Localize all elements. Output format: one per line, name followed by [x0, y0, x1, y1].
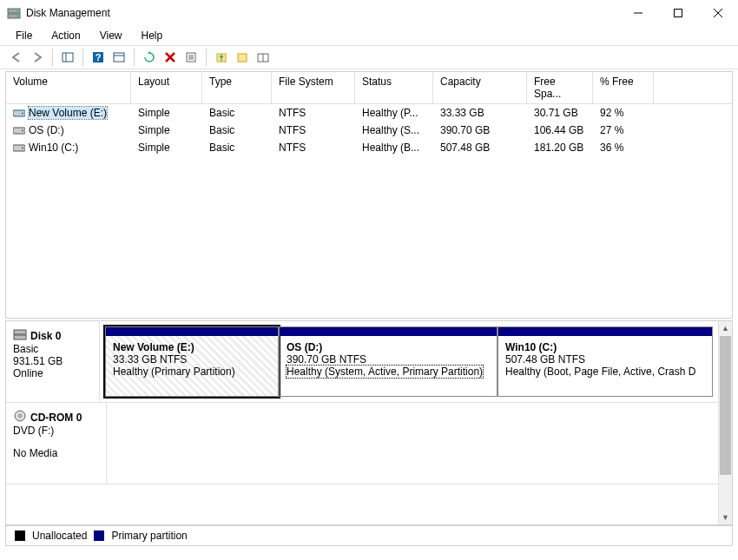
col-capacity[interactable]: Capacity [433, 72, 527, 103]
disk-partitions: New Volume (E:)33.33 GB NTFSHealthy (Pri… [100, 321, 718, 402]
volume-free: 106.44 GB [527, 122, 593, 138]
volume-pct: 36 % [593, 140, 654, 155]
scroll-down-icon[interactable]: ▼ [719, 511, 732, 524]
partition-size: 507.48 GB NTFS [505, 353, 705, 366]
toolbar-sep [52, 49, 53, 66]
svg-text:?: ? [96, 52, 102, 63]
maximize-button[interactable] [658, 0, 698, 26]
volume-capacity: 390.70 GB [433, 122, 527, 138]
menubar: File Action View Help [0, 26, 738, 45]
toolbar-sep [82, 49, 83, 66]
menu-view[interactable]: View [91, 28, 131, 43]
properties-button[interactable] [181, 48, 201, 67]
volume-capacity: 507.48 GB [433, 140, 527, 155]
partition-status: Healthy (Boot, Page File, Active, Crash … [505, 366, 695, 378]
svg-point-3 [16, 16, 18, 17]
action1-button[interactable] [212, 48, 231, 67]
partition-status: Healthy (System, Active, Primary Partiti… [287, 366, 483, 378]
window-title: Disk Management [26, 7, 618, 19]
volume-list[interactable]: Volume Layout Type File System Status Ca… [5, 71, 733, 319]
disk-label[interactable]: Disk 0Basic931.51 GBOnline [6, 321, 100, 402]
disk-row: Disk 0Basic931.51 GBOnlineNew Volume (E:… [6, 321, 718, 403]
action2-button[interactable] [233, 48, 252, 67]
disk-row: CD-ROM 0DVD (F:)No Media [6, 403, 718, 484]
refresh-button[interactable] [140, 48, 159, 67]
app-icon [7, 6, 21, 20]
volume-status: Healthy (B... [355, 140, 433, 155]
volume-type: Basic [202, 105, 272, 121]
disk-graphical-pane[interactable]: Disk 0Basic931.51 GBOnlineNew Volume (E:… [5, 320, 733, 525]
svg-rect-31 [14, 335, 26, 339]
menu-file[interactable]: File [7, 28, 41, 43]
disk-name: CD-ROM 0 [30, 412, 82, 424]
disk-name: Disk 0 [30, 330, 61, 342]
partition-capbar [106, 327, 278, 336]
partition[interactable]: OS (D:)390.70 GB NTFSHealthy (System, Ac… [279, 326, 497, 397]
drive-icon [13, 126, 25, 135]
close-button[interactable] [698, 0, 738, 26]
volume-name: New Volume (E:) [29, 107, 107, 119]
toolbar-sep [134, 49, 135, 66]
col-type[interactable]: Type [202, 72, 272, 103]
volume-pct: 27 % [593, 122, 654, 138]
legend-primary: Primary partition [111, 530, 187, 542]
col-volume[interactable]: Volume [6, 72, 131, 103]
vertical-scrollbar[interactable]: ▲ ▼ [718, 321, 732, 524]
col-freespace[interactable]: Free Spa... [527, 72, 593, 103]
primary-partition-swatch [94, 530, 104, 541]
svg-rect-5 [675, 10, 682, 17]
minimize-button[interactable] [618, 0, 658, 26]
cdrom-icon [13, 410, 27, 425]
scroll-thumb[interactable] [720, 336, 731, 475]
volume-type: Basic [202, 140, 272, 155]
svg-rect-30 [14, 330, 26, 334]
svg-rect-8 [63, 53, 73, 62]
volume-row[interactable]: Win10 (C:)SimpleBasicNTFSHealthy (B...50… [6, 139, 732, 156]
svg-point-33 [19, 415, 22, 418]
partition[interactable]: New Volume (E:)33.33 GB NTFSHealthy (Pri… [105, 326, 279, 397]
col-pctfree[interactable]: % Free [593, 72, 654, 103]
disk-label[interactable]: CD-ROM 0DVD (F:)No Media [6, 403, 107, 484]
volume-row[interactable]: OS (D:)SimpleBasicNTFSHealthy (S...390.7… [6, 122, 732, 139]
volume-type: Basic [202, 122, 272, 138]
back-button[interactable] [7, 48, 26, 67]
volume-status: Healthy (S... [355, 122, 433, 138]
action3-button[interactable] [254, 48, 273, 67]
partition-capbar [498, 327, 712, 336]
toolbar: ? [0, 45, 738, 69]
help-button[interactable]: ? [89, 48, 108, 67]
volume-list-header: Volume Layout Type File System Status Ca… [6, 72, 732, 104]
disk-partitions [107, 403, 718, 484]
col-filesystem[interactable]: File System [272, 72, 355, 103]
show-hide-button[interactable] [58, 48, 77, 67]
menu-action[interactable]: Action [43, 28, 89, 43]
partition-size: 390.70 GB NTFS [287, 353, 490, 366]
volume-pct: 92 % [593, 105, 654, 121]
volume-layout: Simple [131, 140, 202, 155]
volume-fs: NTFS [272, 105, 355, 121]
volume-capacity: 33.33 GB [433, 105, 527, 121]
col-layout[interactable]: Layout [131, 72, 202, 103]
delete-button[interactable] [161, 48, 180, 67]
col-status[interactable]: Status [355, 72, 433, 103]
volume-row[interactable]: New Volume (E:)SimpleBasicNTFSHealthy (P… [6, 104, 732, 122]
volume-layout: Simple [131, 105, 202, 121]
disk-kind: Basic [13, 343, 92, 355]
settings-button[interactable] [109, 48, 128, 67]
partition[interactable]: Win10 (C:)507.48 GB NTFSHealthy (Boot, P… [497, 326, 713, 397]
forward-button[interactable] [28, 48, 47, 67]
disk-size: 931.51 GB [13, 355, 92, 367]
partition-name: OS (D:) [287, 341, 490, 353]
partition-capbar [280, 327, 497, 336]
menu-help[interactable]: Help [133, 28, 172, 43]
toolbar-sep [206, 49, 207, 66]
svg-point-27 [22, 129, 23, 131]
legend-unallocated: Unallocated [32, 530, 87, 542]
scroll-up-icon[interactable]: ▲ [719, 321, 732, 335]
volume-name: Win10 (C:) [29, 142, 78, 154]
svg-point-25 [22, 112, 23, 114]
svg-rect-21 [238, 54, 247, 62]
svg-point-29 [22, 147, 23, 148]
partition-name: Win10 (C:) [505, 341, 705, 353]
volume-layout: Simple [131, 122, 202, 138]
